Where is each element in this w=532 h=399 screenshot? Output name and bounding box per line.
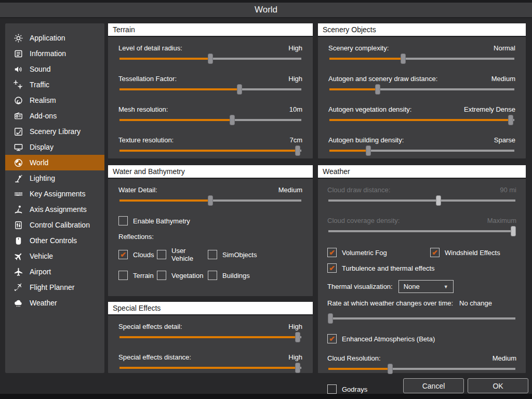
- sidebar-item-control-calibration[interactable]: Control Calibration: [5, 217, 104, 233]
- panel-title: Weather: [318, 165, 526, 179]
- checkbox-label: Turbulence and thermal effects: [342, 264, 435, 272]
- checkbox-label: SimObjects: [222, 251, 257, 259]
- user-vehicle-checkbox[interactable]: ✔: [157, 250, 166, 259]
- checkbox-grid: ✔Clouds✔User Vehicle✔SimObjects✔Terrain✔…: [118, 247, 302, 280]
- cloud-draw-distance-row: Cloud draw distance:90 mi: [327, 180, 516, 211]
- checkbox-label: Windshield Effects: [445, 249, 500, 257]
- sidebar-item-world[interactable]: World: [5, 155, 104, 170]
- enhanced-atmospherics-beta-checkbox[interactable]: ✔: [327, 334, 337, 343]
- slider-label: Special effects distance:: [118, 353, 191, 361]
- sidebar-item-airport[interactable]: Airport: [5, 264, 104, 280]
- texture-resolution-slider[interactable]: [119, 150, 301, 152]
- clouds-checkbox[interactable]: ✔: [118, 250, 128, 259]
- slider-label-row: Cloud Resolution:Medium: [327, 354, 516, 362]
- flight-route-icon: [13, 282, 23, 292]
- thermal-visualization-dropdown[interactable]: None▼: [398, 280, 454, 293]
- slider-label-row: Level of detail radius:High: [118, 44, 302, 52]
- slider-thumb[interactable]: [388, 364, 393, 374]
- slider-fill: [119, 88, 240, 90]
- page-title: World: [255, 5, 277, 15]
- buildings-checkbox[interactable]: ✔: [208, 271, 217, 280]
- cancel-button[interactable]: Cancel: [403, 378, 464, 393]
- slider-fill: [329, 58, 403, 60]
- windshield-effects-checkbox[interactable]: ✔: [430, 248, 440, 257]
- addons-radio-icon: [13, 111, 23, 121]
- weather-cloud-icon: [13, 298, 23, 308]
- slider-label: Autogen building density:: [328, 136, 404, 144]
- level-of-detail-radius-row: Level of detail radius:High: [118, 38, 302, 69]
- cloud-coverage-density-slider: [328, 230, 515, 232]
- slider-thumb[interactable]: [375, 84, 380, 95]
- slider-label-row: Autogen vegetation density:Extremely Den…: [328, 105, 515, 113]
- slider-label: Cloud Resolution:: [327, 354, 381, 362]
- slider-value: Extremely Dense: [464, 105, 515, 113]
- sidebar-item-application[interactable]: Application: [5, 30, 104, 46]
- special-effects-panel: Special Effects Special effects detail:H…: [108, 302, 313, 373]
- cloud-resolution-row: Cloud Resolution:Medium: [327, 349, 516, 379]
- sidebar-item-key-assignments[interactable]: Key Assignments: [5, 186, 104, 202]
- sidebar-item-lighting[interactable]: Lighting: [5, 170, 104, 186]
- sidebar-item-other-controls[interactable]: Other Controls: [5, 233, 104, 248]
- sidebar-item-label: Other Controls: [30, 236, 77, 245]
- slider-thumb[interactable]: [328, 313, 333, 324]
- autogen-and-scenery-draw-distance-row: Autogen and scenery draw distance:Medium: [328, 69, 515, 100]
- sidebar-item-label: Lighting: [30, 174, 55, 182]
- slider-thumb[interactable]: [230, 115, 235, 125]
- slider-thumb[interactable]: [295, 145, 300, 156]
- slider-value: 7cm: [289, 136, 302, 144]
- water-detail-slider[interactable]: [119, 200, 301, 202]
- special-effects-detail-slider[interactable]: [119, 336, 301, 338]
- terrain-checkbox[interactable]: ✔: [118, 271, 128, 280]
- sidebar-item-display[interactable]: Display: [5, 139, 104, 155]
- sidebar-item-add-ons[interactable]: Add-ons: [5, 108, 104, 124]
- turbulence-and-thermal-effects-checkbox[interactable]: ✔: [327, 263, 337, 273]
- mesh-resolution-slider[interactable]: [119, 119, 301, 121]
- slider-thumb: [436, 195, 441, 206]
- slider-thumb[interactable]: [295, 363, 300, 373]
- scenery-complexity-slider[interactable]: [329, 58, 514, 60]
- sidebar-item-traffic[interactable]: Traffic: [5, 77, 104, 92]
- sidebar-item-vehicle[interactable]: Vehicle: [5, 248, 104, 264]
- weather-change-rate-slider[interactable]: [328, 317, 515, 320]
- scenery-objects-panel: Scenery Objects Scenery complexity:Norma…: [318, 23, 526, 158]
- slider-thumb[interactable]: [366, 145, 371, 156]
- volumetric-fog-checkbox[interactable]: ✔: [327, 248, 337, 257]
- enable-bathymetry-checkbox[interactable]: ✔: [118, 216, 128, 225]
- sidebar-item-information[interactable]: Information: [5, 46, 104, 61]
- autogen-building-density-slider[interactable]: [329, 150, 514, 152]
- slider-thumb[interactable]: [401, 54, 406, 64]
- sidebar-item-scenery-library[interactable]: Scenery Library: [5, 124, 104, 139]
- scenery-complexity-row: Scenery complexity:Normal: [328, 38, 515, 69]
- simobjects-checkbox[interactable]: ✔: [208, 250, 217, 259]
- sidebar-item-sound[interactable]: Sound: [5, 61, 104, 77]
- sidebar-item-label: Airport: [30, 268, 51, 276]
- slider-thumb[interactable]: [295, 332, 300, 342]
- sidebar-item-realism[interactable]: Realism: [5, 92, 104, 108]
- autogen-and-scenery-draw-distance-slider[interactable]: [329, 88, 514, 90]
- cloud-resolution-slider[interactable]: [328, 368, 515, 370]
- weather-change-rate-row: [327, 312, 516, 329]
- godrays-checkbox[interactable]: ✔: [327, 384, 337, 394]
- sidebar-item-label: Application: [30, 34, 65, 42]
- special-effects-distance-slider[interactable]: [119, 367, 301, 369]
- slider-thumb[interactable]: [237, 84, 242, 95]
- level-of-detail-radius-slider[interactable]: [119, 58, 301, 60]
- slider-value: Sparse: [494, 136, 515, 144]
- slider-thumb[interactable]: [208, 54, 213, 64]
- slider-thumb[interactable]: [208, 195, 213, 206]
- vegetation-checkbox[interactable]: ✔: [157, 271, 166, 280]
- reflections-label: Reflections:: [118, 233, 302, 241]
- slider-value: High: [288, 75, 302, 83]
- tessellation-factor-slider[interactable]: [119, 88, 301, 90]
- autogen-vegetation-density-slider[interactable]: [329, 119, 514, 121]
- slider-value: Normal: [494, 44, 515, 52]
- special-effects-distance-row: Special effects distance:High: [118, 348, 302, 378]
- checkbox-label: Terrain: [133, 272, 154, 280]
- sidebar-item-axis-assignments[interactable]: Axis Assignments: [5, 202, 104, 217]
- sidebar-item-weather[interactable]: Weather: [5, 295, 104, 311]
- sidebar-item-flight-planner[interactable]: Flight Planner: [5, 280, 104, 295]
- slider-fill: [119, 150, 298, 152]
- ok-button[interactable]: OK: [468, 378, 528, 393]
- slider-thumb[interactable]: [508, 115, 513, 125]
- sidebar: ApplicationInformationSoundTrafficRealis…: [5, 23, 104, 373]
